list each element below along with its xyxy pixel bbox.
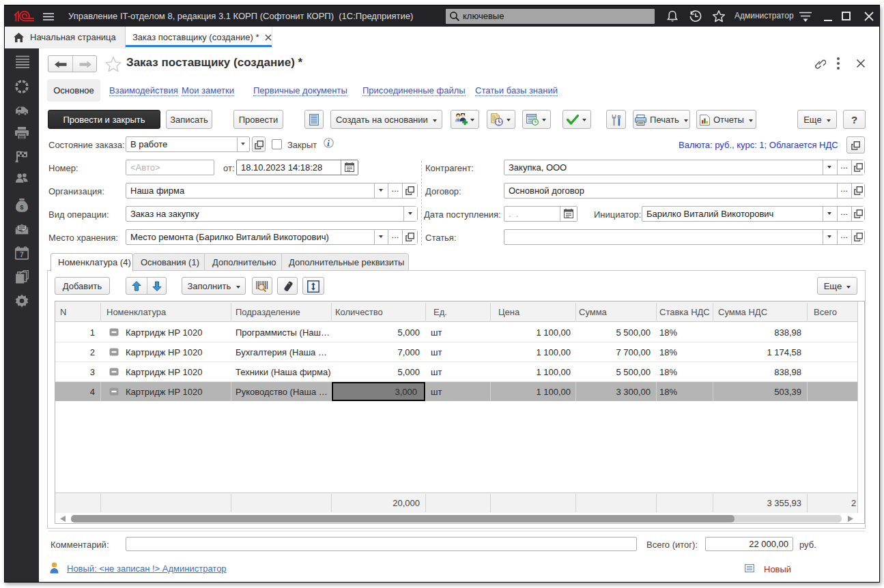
svg-text:$: $ — [20, 203, 24, 211]
svg-text:7: 7 — [20, 250, 24, 259]
